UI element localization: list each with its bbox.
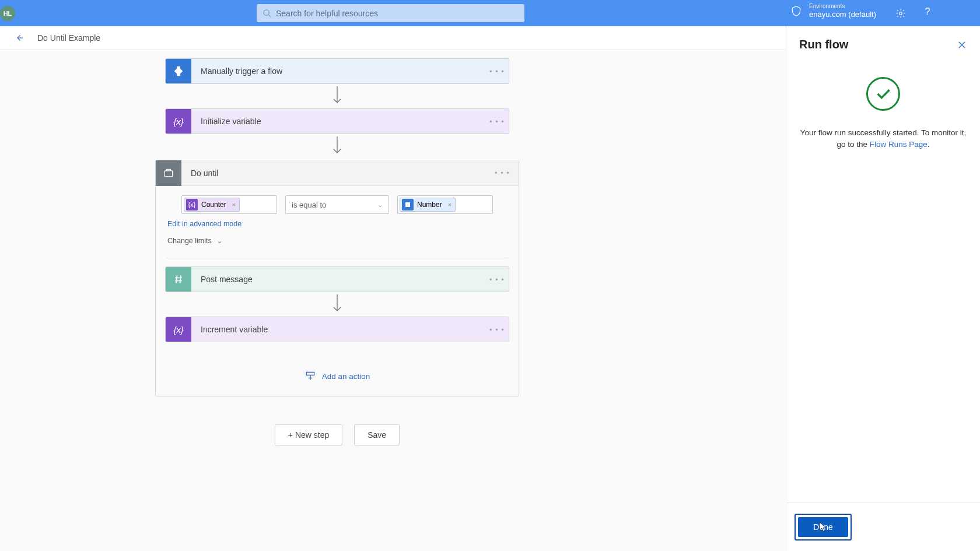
top-bar: Environments enayu.com (default) ? HL	[0, 0, 980, 26]
environment-picker[interactable]: Environments enayu.com (default)	[790, 3, 876, 19]
token-remove-icon[interactable]: ×	[232, 201, 236, 208]
environment-icon	[790, 5, 802, 17]
variable-icon: {x}	[166, 108, 191, 134]
arrow-down-icon	[331, 293, 343, 315]
card-title: Do until	[181, 169, 491, 178]
do-until-header[interactable]: Do until • • •	[156, 160, 519, 186]
card-title: Manually trigger a flow	[191, 66, 485, 76]
svg-line-1	[268, 15, 271, 17]
search-input[interactable]	[276, 9, 519, 18]
increment-variable-card[interactable]: {x} Increment variable • • •	[165, 317, 509, 342]
gear-icon[interactable]	[895, 8, 907, 19]
edit-advanced-link[interactable]: Edit in advanced mode	[167, 220, 507, 228]
svg-point-2	[900, 12, 902, 15]
flow-canvas: Manually trigger a flow • • • {x} Initia…	[0, 50, 674, 551]
flow-runs-link[interactable]: Flow Runs Page	[870, 140, 928, 149]
condition-left-input[interactable]: {x} Counter ×	[181, 195, 277, 214]
change-limits-label: Change limits	[167, 237, 212, 245]
done-button[interactable]: Done	[798, 517, 848, 537]
card-menu-icon[interactable]: • • •	[491, 169, 514, 177]
token-label: Counter	[201, 201, 226, 209]
search-icon	[262, 9, 271, 17]
svg-rect-12	[306, 372, 314, 375]
card-menu-icon[interactable]: • • •	[485, 325, 509, 334]
page-title: Do Until Example	[37, 33, 100, 43]
back-arrow-icon[interactable]	[14, 33, 24, 43]
card-menu-icon[interactable]: • • •	[485, 67, 509, 76]
add-action-button[interactable]: Add an action	[304, 370, 370, 382]
variable-icon: {x}	[166, 317, 191, 342]
panel-title: Run flow	[799, 38, 848, 51]
save-button[interactable]: Save	[354, 424, 400, 445]
done-button-focus-ring: Done	[794, 514, 852, 541]
variable-token-icon: {x}	[186, 199, 198, 210]
trigger-card[interactable]: Manually trigger a flow • • •	[165, 58, 509, 84]
token-counter: {x} Counter ×	[184, 198, 240, 212]
panel-message: Your flow run successfully started. To m…	[799, 127, 967, 150]
search-box[interactable]	[257, 4, 524, 22]
add-action-icon	[304, 370, 316, 382]
do-until-condition-row: {x} Counter × is equal to ⌄ Number	[156, 186, 519, 220]
post-message-card[interactable]: Post message • • •	[165, 266, 509, 292]
condition-right-input[interactable]: Number ×	[397, 195, 493, 214]
run-flow-panel: Run flow Your flow run successfully star…	[786, 26, 980, 551]
trigger-token-icon	[402, 199, 414, 210]
environment-name: enayu.com (default)	[809, 10, 876, 19]
token-label: Number	[417, 201, 442, 209]
card-menu-icon[interactable]: • • •	[485, 117, 509, 126]
token-number: Number ×	[400, 198, 456, 212]
add-action-label: Add an action	[322, 372, 370, 381]
operator-label: is equal to	[292, 201, 326, 209]
card-title: Initialize variable	[191, 117, 485, 126]
card-title: Post message	[191, 275, 485, 284]
chevron-down-icon: ⌄	[216, 236, 223, 245]
svg-rect-6	[405, 202, 410, 207]
do-until-container: Do until • • • {x} Counter × is equal to…	[155, 160, 519, 396]
help-icon[interactable]: ?	[922, 6, 933, 17]
card-menu-icon[interactable]: • • •	[485, 275, 509, 284]
bottom-button-row: + New step Save	[275, 424, 400, 445]
hash-icon	[166, 266, 191, 292]
environment-label: Environments	[809, 3, 876, 10]
condition-operator-dropdown[interactable]: is equal to ⌄	[285, 195, 389, 214]
avatar[interactable]: HL	[0, 6, 15, 21]
svg-line-10	[180, 275, 181, 283]
separator	[166, 258, 508, 258]
token-remove-icon[interactable]: ×	[448, 201, 452, 208]
environment-text: Environments enayu.com (default)	[809, 3, 876, 19]
arrow-down-icon	[331, 85, 343, 107]
new-step-button[interactable]: + New step	[275, 424, 342, 445]
initialize-variable-card[interactable]: {x} Initialize variable • • •	[165, 108, 509, 134]
svg-line-9	[176, 275, 177, 283]
loop-icon	[156, 160, 181, 186]
svg-rect-5	[164, 170, 172, 176]
close-icon[interactable]	[957, 40, 967, 50]
card-title: Increment variable	[191, 325, 485, 334]
change-limits-toggle[interactable]: Change limits ⌄	[167, 236, 507, 245]
trigger-icon	[166, 58, 191, 84]
svg-point-0	[264, 10, 269, 15]
success-check-icon	[866, 77, 900, 111]
chevron-down-icon: ⌄	[377, 201, 383, 209]
arrow-down-icon	[331, 135, 343, 157]
